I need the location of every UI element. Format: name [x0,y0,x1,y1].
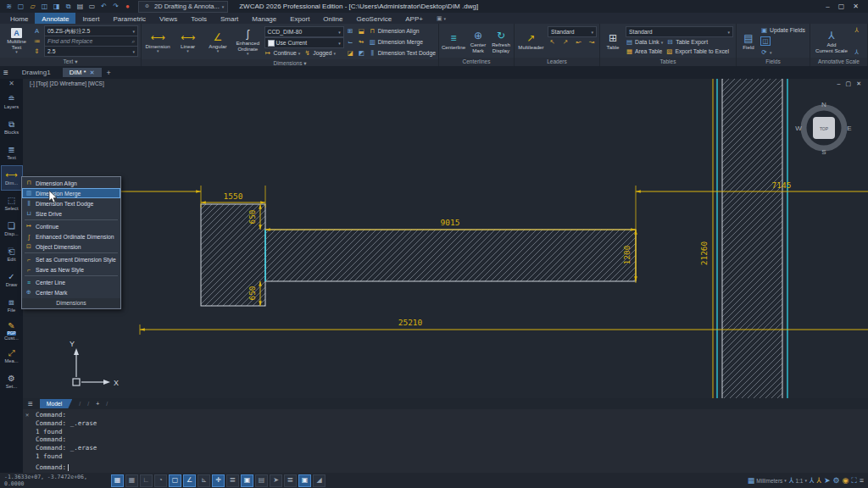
multiline-text-button[interactable]: A Multiline Text ▾ [3,25,31,58]
drawing-canvas[interactable]: [-] [Top] [2D Wireframe] [WCS] – ▢ ✕ 212… [23,79,868,398]
dim-25210[interactable]: 25210 [398,318,423,327]
dim-tool-icon[interactable]: ◪ [347,49,354,57]
close-tab-icon[interactable]: ✕ [90,69,95,76]
open-file-icon[interactable]: ▱ [28,2,37,11]
doc-tab-dim[interactable]: DIM * ✕ [63,68,102,77]
menu-item-center-mark[interactable]: ⊕ Center Mark [22,287,120,297]
ortho-toggle-icon[interactable]: ∟ [140,474,153,487]
menu-item-size-drive[interactable]: ⊔ Size Drive [22,208,120,219]
dim-1200[interactable]: 1200 [622,245,632,264]
dim-tool-icon[interactable]: ⌙ [347,38,354,46]
sidebar-item-draw[interactable]: ✓ Draw [1,267,23,292]
menu-item-dimension-text-dodge[interactable]: ⫼ Dimension Text Dodge [22,198,120,208]
export-table-excel-button[interactable]: ▧ Export Table to Excel [665,47,729,55]
table-button[interactable]: ⊞ Table [603,25,623,58]
sidebar-item-customize[interactable]: ✎ PGP Cust... [1,318,23,343]
polar-tracking-icon[interactable]: ∠ [183,474,196,487]
transparency-toggle-icon[interactable]: ▣ [241,474,253,487]
menu-item-save-new-style[interactable]: ⌐ Save as New Style [22,264,120,274]
auto-scale-icon[interactable]: ⅄ [853,48,860,56]
tab-online[interactable]: Online [316,13,349,24]
sidebar-item-display[interactable]: ❏ Disp... [1,216,23,241]
menu-item-center-line[interactable]: ≡ Center Line [22,277,120,287]
sidebar-item-measure[interactable]: ⤢ Mea... [1,343,23,369]
sidebar-item-edit[interactable]: ⎗ Edit [1,241,23,267]
sidebar-item-dim[interactable]: ⟷ Dim... [1,165,23,191]
panel-label-annotative-scale[interactable]: Annotative Scale [810,58,867,66]
menu-item-continue[interactable]: ↦ Continue [22,221,120,231]
polar-toggle-icon[interactable]: ◔ [154,474,167,487]
cursor-settings-icon[interactable]: ➤ [824,476,831,485]
grid-toggle-icon[interactable]: ▦ [111,474,124,487]
dim-tool-icon[interactable]: ⊞ [347,27,354,35]
ribbon-display-toggle[interactable]: ▣▾ [437,13,446,24]
dimension-merge-button[interactable]: ▥ Dimension Merge [369,38,423,46]
dim-9015[interactable]: 9015 [441,218,460,227]
close-button[interactable]: ✕ [853,3,859,10]
new-tab-button[interactable]: + [107,69,111,77]
dim-layer-select[interactable]: Use Current ▾ [264,37,344,48]
leader-collect-icon[interactable]: ↝ [588,38,596,46]
tab-manage[interactable]: Manage [245,13,283,24]
new-file-icon[interactable]: ▢ [16,2,25,11]
snap-toggle-icon[interactable]: ▦ [125,474,138,487]
dynamic-input-icon[interactable]: ✛ [212,474,225,487]
quick-properties-icon[interactable]: ➤ [270,474,282,487]
panel-label-leaders[interactable]: Leaders [515,58,599,66]
tab-appplus[interactable]: APP+ [398,13,430,24]
fullscreen-icon[interactable]: ⛶ [851,476,856,485]
sidebar-item-settings[interactable]: ⚙ Set... [1,369,23,394]
leader-style-select[interactable]: Standard ▾ [548,26,597,37]
viewport-restore-button[interactable]: ▢ [846,80,852,87]
maximize-button[interactable]: ▢ [838,3,845,10]
lineweight-toggle-icon[interactable]: 〓 [226,474,239,487]
leader-remove-icon[interactable]: ↗ [562,38,570,46]
dim-tool-icon[interactable]: ⬓ [358,27,365,35]
tab-annotate[interactable]: Annotate [35,13,75,24]
menu-item-enhanced-ordinate[interactable]: ʃ Enhanced Ordinate Dimension [22,231,120,241]
redo-icon[interactable]: ↷ [111,2,120,11]
copy-icon[interactable]: ⧉ [64,2,73,11]
viewport-controls[interactable]: [-] [Top] [2D Wireframe] [WCS] [30,80,104,86]
minimize-button[interactable]: – [826,3,829,10]
settings-gear-icon[interactable]: ⚙ [832,476,839,485]
sidebar-close-icon[interactable]: ✕ [8,80,14,89]
dimension-align-button[interactable]: ⊓ Dimension Align [369,27,420,35]
dim-21260[interactable]: 21260 [699,241,709,265]
panel-label-text[interactable]: Text ▾ [0,58,141,66]
layout-tab[interactable]: / [87,401,89,407]
dim-650-top[interactable]: 650 [248,209,257,224]
hatched-bar[interactable] [265,230,636,281]
menu-hamburger-icon[interactable]: ≡ [3,68,8,77]
layout-tab[interactable]: / [79,401,81,407]
dim-7145[interactable]: 7145 [772,180,792,190]
tab-home[interactable]: Home [3,13,35,24]
osnap-toggle-icon[interactable]: ▢ [169,474,181,487]
multileader-button[interactable]: ↗ Multileader [517,25,545,58]
menu-item-set-current-style[interactable]: ⌐ Set as Current Dimension Style [22,254,120,264]
auto-annotation-icon[interactable]: ⅄ [816,476,821,485]
undo-icon[interactable]: ↶ [99,2,108,11]
layout-tab[interactable]: / [106,401,108,407]
selection-cycling-icon[interactable]: ▤ [255,474,268,487]
status-menu-icon[interactable]: ≡ [860,476,864,485]
tab-geoservice[interactable]: GeoService [349,13,398,24]
jogged-button[interactable]: ↯ Jogged ▾ [303,49,336,57]
command-close-icon[interactable]: ✕ [25,412,29,419]
leader-add-icon[interactable]: ↖ [548,38,556,46]
dim-650-bottom[interactable]: 650 [248,286,257,300]
record-icon[interactable]: ● [123,2,132,11]
tab-tools[interactable]: Tools [184,13,214,24]
menu-item-dimension-align[interactable]: ⊓ Dimension Align [22,178,120,188]
centerline-button[interactable]: ≡ Centerline [442,25,465,58]
sidebar-item-layers[interactable]: ≘ Layers [1,89,23,114]
preview-icon[interactable]: ▭ [87,2,97,11]
sidebar-item-text[interactable]: ≣ Text [1,140,23,165]
otrack-toggle-icon[interactable]: ⊾ [198,474,210,487]
menu-item-object-dimension[interactable]: ⊡ Object Dimension [22,241,120,252]
dim-1550[interactable]: 1550 [224,191,243,201]
update-fields-button[interactable]: ▣ Update Fields [760,26,807,34]
field-display-icon[interactable]: ◫ [760,36,771,46]
sidebar-item-select[interactable]: ⬚ Select [1,191,23,216]
panel-label-tables[interactable]: Tables [600,58,736,66]
